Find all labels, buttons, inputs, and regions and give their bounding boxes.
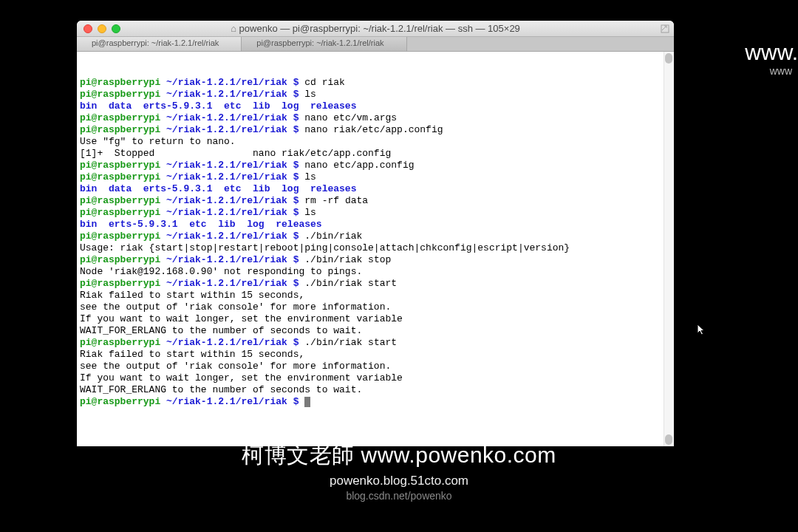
footer-line2: powenko.blog.51cto.com <box>0 474 798 488</box>
home-icon: ⌂ <box>231 23 239 34</box>
output-text: Node 'riak@192.168.0.90' not responding … <box>80 266 362 277</box>
output-text: If you want to wait longer, set the envi… <box>80 372 403 383</box>
prompt-user: pi@raspberrypi <box>80 254 166 265</box>
output-listing: bin data erts-5.9.3.1 etc lib log releas… <box>80 183 356 194</box>
prompt-path: ~/riak-1.2.1/rel/riak <box>166 278 293 289</box>
prompt-path: ~/riak-1.2.1/rel/riak <box>166 254 293 265</box>
terminal-line: pi@raspberrypi ~/riak-1.2.1/rel/riak $ l… <box>80 89 671 100</box>
prompt-dollar: $ <box>293 112 305 123</box>
output-text: Use "fg" to return to nano. <box>80 136 236 147</box>
footer-line1: 柯博文老師 www.powenko.com <box>0 440 798 471</box>
prompt-path: ~/riak-1.2.1/rel/riak <box>166 112 293 123</box>
prompt-user: pi@raspberrypi <box>80 171 166 183</box>
prompt-dollar: $ <box>293 89 305 100</box>
tab-1[interactable]: pi@raspberrypi: ~/riak-1.2.1/rel/riak <box>242 37 406 51</box>
terminal-line: WAIT_FOR_ERLANG to the number of seconds… <box>80 325 671 337</box>
prompt-user: pi@raspberrypi <box>80 89 166 100</box>
output-text: [1]+ Stopped nano riak/etc/app.config <box>80 148 391 159</box>
prompt-dollar: $ <box>293 278 305 289</box>
terminal-line: pi@raspberrypi ~/riak-1.2.1/rel/riak $ .… <box>80 337 671 349</box>
terminal-line: pi@raspberrypi ~/riak-1.2.1/rel/riak $ n… <box>80 124 671 136</box>
tab-bar: pi@raspberrypi: ~/riak-1.2.1/rel/riak pi… <box>77 37 674 52</box>
terminal-line: see the output of 'riak console' for mor… <box>80 301 671 313</box>
command-text: ./bin/riak stop <box>304 254 391 265</box>
command-text: ./bin/riak start <box>304 278 397 289</box>
prompt-dollar: $ <box>293 337 305 348</box>
output-listing: bin data erts-5.9.3.1 etc lib log releas… <box>80 100 356 112</box>
prompt-dollar: $ <box>293 396 305 407</box>
prompt-path: ~/riak-1.2.1/rel/riak <box>166 231 293 242</box>
terminal-line: bin data erts-5.9.3.1 etc lib log releas… <box>80 183 671 195</box>
terminal-line: pi@raspberrypi ~/riak-1.2.1/rel/riak $ l… <box>80 207 671 219</box>
prompt-dollar: $ <box>293 171 305 183</box>
prompt-user: pi@raspberrypi <box>80 124 166 135</box>
terminal-line: pi@raspberrypi ~/riak-1.2.1/rel/riak $ l… <box>80 171 671 183</box>
terminal-line: Riak failed to start within 15 seconds, <box>80 349 671 361</box>
prompt-path: ~/riak-1.2.1/rel/riak <box>166 207 293 218</box>
prompt-user: pi@raspberrypi <box>80 77 166 88</box>
bg-line1: www. <box>745 40 798 65</box>
terminal-window: ⌂ powenko — pi@raspberrypi: ~/riak-1.2.1… <box>77 21 674 446</box>
terminal-line: pi@raspberrypi ~/riak-1.2.1/rel/riak $ c… <box>80 77 671 89</box>
terminal-line: WAIT_FOR_ERLANG to the number of seconds… <box>80 384 671 396</box>
prompt-user: pi@raspberrypi <box>80 112 166 123</box>
prompt-user: pi@raspberrypi <box>80 278 166 289</box>
prompt-path: ~/riak-1.2.1/rel/riak <box>166 396 293 407</box>
prompt-dollar: $ <box>293 160 305 171</box>
mouse-cursor-icon <box>697 324 706 337</box>
terminal-line: pi@raspberrypi ~/riak-1.2.1/rel/riak $ .… <box>80 278 671 290</box>
prompt-user: pi@raspberrypi <box>80 337 166 348</box>
prompt-path: ~/riak-1.2.1/rel/riak <box>166 124 293 135</box>
command-text: ls <box>304 89 316 100</box>
prompt-path: ~/riak-1.2.1/rel/riak <box>166 89 293 100</box>
prompt-user: pi@raspberrypi <box>80 195 166 206</box>
terminal-line: bin erts-5.9.3.1 etc lib log releases <box>80 219 671 231</box>
terminal-line: pi@raspberrypi ~/riak-1.2.1/rel/riak $ n… <box>80 112 671 124</box>
terminal-line: pi@raspberrypi ~/riak-1.2.1/rel/riak $ .… <box>80 254 671 266</box>
terminal-line: Riak failed to start within 15 seconds, <box>80 290 671 301</box>
scrollbar[interactable] <box>664 52 674 446</box>
command-text: nano riak/etc/app.config <box>304 124 443 135</box>
command-text: rm -rf data <box>304 195 368 206</box>
terminal-body[interactable]: pi@raspberrypi ~/riak-1.2.1/rel/riak $ c… <box>77 52 674 446</box>
command-text: nano etc/vm.args <box>304 112 397 123</box>
output-text: Riak failed to start within 15 seconds, <box>80 290 304 301</box>
terminal-line: [1]+ Stopped nano riak/etc/app.config <box>80 148 671 160</box>
maximize-icon[interactable] <box>661 24 669 33</box>
prompt-dollar: $ <box>293 254 305 265</box>
terminal-line: pi@raspberrypi ~/riak-1.2.1/rel/riak $ <box>80 396 671 408</box>
output-text: Usage: riak {start|stop|restart|reboot|p… <box>80 242 570 253</box>
scroll-thumb-top[interactable] <box>665 53 672 64</box>
output-text: see the output of 'riak console' for mor… <box>80 301 391 313</box>
prompt-dollar: $ <box>293 207 305 218</box>
command-text: ls <box>304 171 316 183</box>
titlebar[interactable]: ⌂ powenko — pi@raspberrypi: ~/riak-1.2.1… <box>77 21 674 37</box>
footer-credits: 柯博文老師 www.powenko.com powenko.blog.51cto… <box>0 440 798 502</box>
prompt-dollar: $ <box>293 231 305 242</box>
prompt-user: pi@raspberrypi <box>80 207 166 218</box>
command-text: ./bin/riak start <box>304 337 397 348</box>
terminal-line: If you want to wait longer, set the envi… <box>80 372 671 384</box>
background-text-right: www. www <box>745 40 798 77</box>
command-text: cd riak <box>304 77 345 88</box>
bg-line2: www <box>745 65 798 77</box>
terminal-line: If you want to wait longer, set the envi… <box>80 313 671 325</box>
terminal-line: pi@raspberrypi ~/riak-1.2.1/rel/riak $ n… <box>80 160 671 171</box>
prompt-dollar: $ <box>293 124 305 135</box>
cursor-block <box>304 397 310 407</box>
prompt-user: pi@raspberrypi <box>80 231 166 242</box>
tab-0[interactable]: pi@raspberrypi: ~/riak-1.2.1/rel/riak <box>77 37 242 51</box>
terminal-line: pi@raspberrypi ~/riak-1.2.1/rel/riak $ .… <box>80 231 671 242</box>
output-text: Riak failed to start within 15 seconds, <box>80 349 304 360</box>
prompt-user: pi@raspberrypi <box>80 160 166 171</box>
command-text: ./bin/riak <box>304 231 362 242</box>
terminal-line: Node 'riak@192.168.0.90' not responding … <box>80 266 671 278</box>
output-text: WAIT_FOR_ERLANG to the number of seconds… <box>80 325 362 336</box>
prompt-user: pi@raspberrypi <box>80 396 166 407</box>
terminal-line: Use "fg" to return to nano. <box>80 136 671 148</box>
output-listing: bin erts-5.9.3.1 etc lib log releases <box>80 219 322 230</box>
prompt-path: ~/riak-1.2.1/rel/riak <box>166 195 293 206</box>
output-text: see the output of 'riak console' for mor… <box>80 361 391 372</box>
terminal-line: see the output of 'riak console' for mor… <box>80 361 671 372</box>
output-text: WAIT_FOR_ERLANG to the number of seconds… <box>80 384 362 395</box>
